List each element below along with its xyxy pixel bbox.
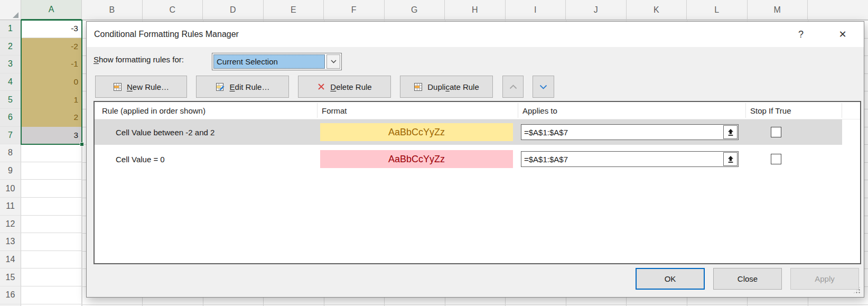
close-button[interactable]: Close — [713, 268, 782, 290]
stop-if-true-checkbox[interactable] — [771, 127, 781, 137]
row-header[interactable]: 2 — [0, 38, 21, 56]
delete-rule-label: Delete Rule — [330, 82, 371, 91]
applies-to-value[interactable]: =$A$1:$A$7 — [524, 125, 722, 140]
row-header[interactable]: 1 — [0, 20, 21, 38]
combobox-dropdown-button[interactable] — [326, 54, 340, 69]
applies-to-input[interactable]: =$A$1:$A$7 — [521, 124, 739, 140]
cell[interactable]: -2 — [21, 38, 82, 56]
rule-row-2[interactable]: Cell Value = 0 AaBbCcYyZz =$A$1:$A$7 — [95, 146, 842, 172]
column-header[interactable]: G — [385, 0, 445, 20]
apply-button[interactable]: Apply — [790, 268, 859, 290]
column-header[interactable]: E — [264, 0, 324, 20]
select-all-corner[interactable] — [0, 0, 21, 20]
ok-button[interactable]: OK — [636, 268, 705, 290]
rule-description: Cell Value = 0 — [116, 146, 165, 172]
row-header[interactable]: 13 — [0, 233, 21, 251]
column-header[interactable]: D — [203, 0, 264, 20]
cell[interactable] — [21, 286, 82, 304]
sheet-row: 12 — [0, 216, 82, 234]
sheet-row: 11 — [0, 198, 82, 216]
chevron-up-icon — [509, 85, 517, 89]
table-grid-icon — [414, 82, 423, 91]
column-header[interactable]: L — [687, 0, 748, 20]
column-header[interactable]: K — [627, 0, 687, 20]
format-column-header: Format — [322, 102, 347, 119]
column-separator — [842, 103, 842, 118]
cell[interactable]: 0 — [21, 73, 82, 91]
column-header[interactable]: B — [82, 0, 143, 20]
row-header[interactable]: 14 — [0, 251, 21, 269]
row-header[interactable] — [0, 304, 21, 306]
edit-rule-button[interactable]: Edit Rule… — [196, 76, 289, 98]
stop-if-true-checkbox[interactable] — [771, 154, 781, 164]
move-rule-up-button[interactable] — [502, 76, 524, 98]
row-header[interactable]: 6 — [0, 109, 21, 127]
sheet-row: 10 — [0, 180, 82, 198]
dialog-title: Conditional Formatting Rules Manager — [94, 22, 239, 47]
cell[interactable] — [21, 144, 82, 162]
rule-row-1[interactable]: Cell Value between -2 and 2 AaBbCcYyZz =… — [95, 119, 842, 145]
row-header[interactable]: 4 — [0, 73, 21, 91]
help-button[interactable]: ? — [789, 22, 813, 47]
applies-to-column-header: Applies to — [522, 102, 557, 119]
row-header[interactable]: 7 — [0, 127, 21, 145]
collapse-dialog-button[interactable] — [723, 125, 738, 139]
column-separator — [745, 103, 746, 118]
cell[interactable]: -1 — [21, 55, 82, 73]
arrow-up-bar-icon — [727, 155, 734, 163]
combobox-selected-value[interactable]: Current Selection — [213, 54, 325, 69]
show-rules-combobox[interactable]: Current Selection — [212, 53, 342, 70]
sheet-row: 8 — [0, 144, 82, 162]
format-preview: AaBbCcYyZz — [320, 123, 513, 141]
new-rule-button[interactable]: New Rule… — [95, 76, 187, 98]
sheet-row: 4 0 — [0, 73, 82, 91]
delete-rule-button[interactable]: Delete Rule — [298, 76, 391, 98]
duplicate-rule-button[interactable]: Duplicate Rule — [400, 76, 493, 98]
row-header[interactable]: 9 — [0, 162, 21, 180]
row-header[interactable]: 11 — [0, 198, 21, 216]
sheet-rows: 1 -3 2 -2 3 -1 4 0 5 — [0, 20, 82, 306]
column-header[interactable]: A — [21, 0, 82, 20]
duplicate-rule-label: Duplicate Rule — [427, 82, 479, 91]
column-header[interactable]: H — [445, 0, 506, 20]
move-rule-down-button[interactable] — [533, 76, 554, 98]
column-separator — [518, 103, 518, 118]
cell[interactable] — [21, 198, 82, 216]
cell[interactable]: 1 — [21, 91, 82, 109]
column-header[interactable]: J — [566, 0, 627, 20]
row-header[interactable]: 8 — [0, 144, 21, 162]
column-header[interactable]: M — [748, 0, 808, 20]
new-rule-label: New Rule… — [127, 82, 169, 91]
collapse-dialog-button[interactable] — [723, 152, 738, 166]
row-header[interactable]: 3 — [0, 55, 21, 73]
conditional-formatting-rules-manager-dialog: Conditional Formatting Rules Manager ? ✕… — [86, 21, 864, 298]
cell[interactable] — [21, 180, 82, 198]
cell[interactable] — [21, 216, 82, 234]
applies-to-value[interactable]: =$A$1:$A$7 — [524, 152, 722, 166]
dialog-titlebar[interactable]: Conditional Formatting Rules Manager ? ✕ — [87, 22, 864, 47]
row-header[interactable]: 16 — [0, 286, 21, 304]
rule-description: Cell Value between -2 and 2 — [116, 119, 214, 145]
row-header[interactable]: 15 — [0, 268, 21, 286]
row-header[interactable]: 10 — [0, 180, 21, 198]
sheet-row: 3 -1 — [0, 55, 82, 73]
column-header[interactable]: I — [506, 0, 566, 20]
cell[interactable]: 3 — [21, 127, 82, 145]
sheet-row: 1 -3 — [0, 20, 82, 38]
close-icon[interactable]: ✕ — [830, 22, 855, 47]
cell[interactable] — [21, 251, 82, 269]
column-header[interactable]: C — [143, 0, 203, 20]
applies-to-input[interactable]: =$A$1:$A$7 — [521, 151, 739, 167]
cell[interactable] — [21, 162, 82, 180]
show-rules-label: Show formatting rules for: — [94, 55, 184, 64]
cell[interactable] — [21, 304, 82, 306]
row-header[interactable]: 12 — [0, 216, 21, 234]
row-header[interactable]: 5 — [0, 91, 21, 109]
table-grid-icon — [113, 82, 122, 91]
sheet-row: 9 — [0, 162, 82, 180]
cell[interactable] — [21, 233, 82, 251]
cell[interactable] — [21, 268, 82, 286]
column-header[interactable]: F — [324, 0, 385, 20]
cell[interactable]: 2 — [21, 109, 82, 127]
cell[interactable]: -3 — [21, 20, 82, 38]
